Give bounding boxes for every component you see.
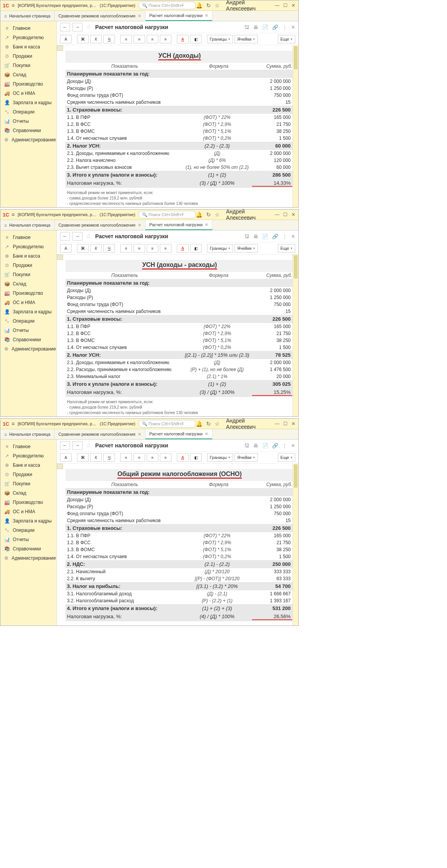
user-name[interactable]: Андрей Алексеевич — [226, 0, 268, 12]
close-icon[interactable]: ✕ — [205, 13, 208, 18]
text-color-button[interactable]: A — [177, 35, 188, 43]
link-icon[interactable]: 🔗 — [272, 24, 278, 30]
link-icon[interactable]: 🔗 — [272, 234, 278, 239]
sidebar-item[interactable]: ↗Руководителю — [0, 451, 57, 461]
align-center-button[interactable]: ≡ — [134, 453, 145, 462]
sidebar-item[interactable]: 🚚ОС и НМА — [0, 507, 57, 516]
sidebar-item[interactable]: ≡Главное — [0, 442, 57, 451]
sidebar-item[interactable]: ⚙Администрирование — [0, 135, 57, 144]
tab-home[interactable]: ⌂Начальная страница — [0, 11, 55, 21]
forward-button[interactable]: → — [72, 441, 82, 450]
favorite-icon[interactable]: ☆ — [86, 442, 91, 449]
print-icon[interactable]: 🖶 — [253, 24, 258, 30]
close-icon[interactable]: ✕ — [205, 222, 208, 227]
search-input[interactable]: 🔍 Поиск Ctrl+Shift+F — [139, 2, 196, 9]
sidebar-item[interactable]: 🚚ОС и НМА — [0, 298, 57, 307]
align-justify-button[interactable]: ≡ — [160, 453, 171, 462]
sidebar-item[interactable]: ⊙Продажи — [0, 470, 57, 479]
sidebar-item[interactable]: 🏭Производство — [0, 79, 57, 89]
sidebar-item[interactable]: ⊕Банк и касса — [0, 251, 57, 261]
sidebar-item[interactable]: ⚙Администрирование — [0, 344, 57, 354]
cells-dropdown[interactable]: Ячейки — [235, 244, 258, 253]
close-icon[interactable]: ✕ — [138, 432, 141, 437]
bold-button[interactable]: Ж — [77, 453, 89, 462]
print-icon[interactable]: 🖶 — [253, 234, 258, 239]
sidebar-item[interactable]: 📦Склад — [0, 279, 57, 289]
tab-home[interactable]: ⌂Начальная страница — [0, 429, 55, 439]
sidebar-item[interactable]: 📊Отчеты — [0, 326, 57, 335]
cells-dropdown[interactable]: Ячейки — [235, 35, 258, 43]
sidebar-item[interactable]: 📚Справочники — [0, 544, 57, 553]
maximize-button[interactable]: ☐ — [283, 420, 288, 427]
align-right-button[interactable]: ≡ — [147, 453, 158, 462]
font-button[interactable]: A — [60, 35, 72, 43]
text-color-button[interactable]: A — [177, 453, 188, 462]
forward-button[interactable]: → — [72, 23, 82, 31]
forward-button[interactable]: → — [72, 232, 82, 241]
back-button[interactable]: ← — [60, 232, 70, 241]
underline-button[interactable]: Ч — [103, 453, 115, 462]
sidebar-item[interactable]: ↗Руководителю — [0, 242, 57, 251]
align-justify-button[interactable]: ≡ — [160, 244, 171, 253]
report-icon[interactable]: 📄 — [262, 234, 268, 239]
sidebar-item[interactable]: 📊Отчеты — [0, 535, 57, 544]
more-icon[interactable]: ⋮ — [282, 234, 287, 239]
bg-color-button[interactable]: ◧ — [190, 244, 202, 253]
text-color-button[interactable]: A — [177, 244, 188, 253]
sidebar-item[interactable]: 📦Склад — [0, 70, 57, 79]
align-left-button[interactable]: ≡ — [120, 453, 132, 462]
borders-dropdown[interactable]: Границы — [207, 244, 233, 253]
search-input[interactable]: 🔍 Поиск Ctrl+Shift+F — [139, 420, 196, 428]
bg-color-button[interactable]: ◧ — [190, 453, 202, 462]
align-justify-button[interactable]: ≡ — [160, 35, 171, 43]
sidebar-item[interactable]: 📚Справочники — [0, 126, 57, 135]
sidebar-item[interactable]: 🛒Покупки — [0, 270, 57, 279]
more-dropdown[interactable]: Еще — [278, 35, 295, 43]
close-button[interactable]: ✕ — [291, 211, 296, 218]
close-icon[interactable]: ✕ — [291, 234, 295, 239]
sidebar-item[interactable]: ᴬᵤОперации — [0, 526, 57, 535]
bell-icon[interactable]: 🔔 — [196, 421, 202, 427]
history-icon[interactable]: ↻ — [206, 421, 211, 427]
more-dropdown[interactable]: Еще — [278, 453, 295, 462]
scrollbar[interactable] — [293, 254, 298, 416]
tab-calc[interactable]: Расчет налоговой нагрузки✕ — [146, 429, 213, 439]
sheet-corner[interactable] — [57, 254, 63, 260]
font-button[interactable]: A — [60, 453, 72, 462]
save-icon[interactable]: 🖫 — [244, 443, 249, 449]
favorite-icon[interactable]: ☆ — [86, 24, 91, 30]
sidebar-item[interactable]: 📚Справочники — [0, 335, 57, 344]
back-button[interactable]: ← — [60, 23, 70, 31]
font-button[interactable]: A — [60, 244, 72, 253]
sidebar-item[interactable]: ⊙Продажи — [0, 52, 57, 61]
sidebar-item[interactable]: 👤Зарплата и кадры — [0, 98, 57, 107]
link-icon[interactable]: 🔗 — [272, 443, 278, 449]
sheet[interactable]: УСН (доходы) ПоказательФормулаСумма, руб… — [57, 45, 298, 207]
sidebar-item[interactable]: 🛒Покупки — [0, 479, 57, 488]
tab-compare[interactable]: Сравнение режимов налогообложения✕ — [55, 11, 146, 21]
user-name[interactable]: Андрей Алексеевич — [226, 418, 268, 430]
align-left-button[interactable]: ≡ — [120, 244, 132, 253]
bold-button[interactable]: Ж — [77, 35, 89, 43]
bell-icon[interactable]: 🔔 — [196, 2, 202, 9]
menu-icon[interactable]: ≡ — [12, 211, 15, 218]
italic-button[interactable]: К — [90, 453, 102, 462]
italic-button[interactable]: К — [90, 35, 102, 43]
close-icon[interactable]: ✕ — [291, 443, 295, 449]
underline-button[interactable]: Ч — [103, 35, 115, 43]
save-icon[interactable]: 🖫 — [244, 24, 249, 30]
borders-dropdown[interactable]: Границы — [207, 453, 233, 462]
star-icon[interactable]: ☆ — [215, 2, 220, 9]
close-icon[interactable]: ✕ — [205, 431, 208, 437]
sidebar-item[interactable]: ⊕Банк и касса — [0, 42, 57, 52]
sidebar-item[interactable]: 🏭Производство — [0, 498, 57, 507]
sidebar-item[interactable]: 🛒Покупки — [0, 61, 57, 70]
more-icon[interactable]: ⋮ — [282, 24, 287, 30]
sheet[interactable]: Общий режим налогообложения (ОСНО) Показ… — [57, 464, 298, 626]
maximize-button[interactable]: ☐ — [283, 2, 288, 9]
align-left-button[interactable]: ≡ — [120, 35, 132, 43]
borders-dropdown[interactable]: Границы — [207, 35, 233, 43]
maximize-button[interactable]: ☐ — [283, 211, 288, 218]
user-name[interactable]: Андрей Алексеевич — [226, 208, 268, 221]
cells-dropdown[interactable]: Ячейки — [235, 453, 258, 462]
